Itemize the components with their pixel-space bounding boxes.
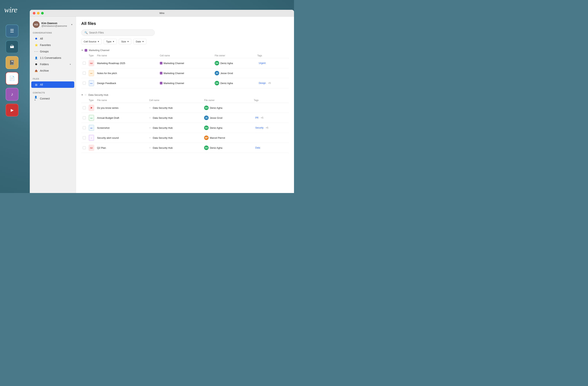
row-checkbox[interactable] [83, 116, 86, 119]
cell-color-dot [160, 62, 163, 64]
col-header-fileowner: File owner [203, 98, 252, 103]
sidebar-item-all[interactable]: All [31, 35, 74, 42]
svg-text:IMG: IMG [90, 128, 93, 129]
file-owner: JG Jesse Grod [204, 116, 251, 120]
sidebar-item-label: 1:1 Conversations [40, 56, 61, 59]
row-checkbox[interactable] [83, 82, 86, 85]
contacts-section-label: CONTACTS [30, 91, 76, 95]
tags: Security +5 [254, 126, 287, 129]
all-files-icon: ▤ [34, 83, 38, 86]
wire-logo: wire [4, 5, 17, 14]
app-icon-notepad[interactable]: 📓 [6, 56, 19, 69]
row-checkbox[interactable] [83, 126, 86, 129]
col-header-type: Type [87, 53, 96, 58]
group-name: Data Security Hub [88, 93, 108, 96]
group-header-marketing[interactable]: ▼ Marketing Channel [81, 49, 289, 52]
sidebar-item-label: Folders [40, 63, 49, 66]
file-type-icon [89, 105, 94, 111]
user-profile[interactable]: KD Kim Dawson @kimdawson@awesome ▼ [30, 20, 76, 31]
file-name: Notes for the pitch [96, 68, 158, 78]
all-conversations-icon [34, 37, 38, 41]
table-row: Do you know series ⁘ Data Security Hub [81, 103, 289, 113]
tag: PR [254, 116, 260, 120]
tags: Urgent [257, 62, 287, 65]
group-collapse-icon: ▼ [81, 94, 83, 96]
groups-icon: ⚬⚬⚬ [34, 50, 38, 53]
table-row: PDF Marketing Roadmap 2025 Marketing Cha… [81, 58, 289, 68]
filter-size[interactable]: Size ▼ [119, 39, 131, 44]
group-security: ▼ ⁘ Data Security Hub Type File name Cel… [81, 93, 289, 153]
file-name: Design Feedback [96, 78, 158, 88]
group-header-security[interactable]: ▼ ⁘ Data Security Hub [81, 93, 289, 96]
app-icon-image[interactable]: 🏔 [6, 40, 19, 53]
tags: Data [254, 146, 287, 150]
row-checkbox[interactable] [83, 146, 86, 149]
sidebar-item-archive[interactable]: 📥 Archive [31, 67, 74, 74]
sidebar-item-favorites[interactable]: ⭐ Favorites [31, 42, 74, 48]
sidebar-item-folders[interactable]: Folders ▼ [31, 61, 74, 67]
close-button[interactable] [33, 12, 35, 15]
hub-cell-icon: ⁘ [149, 137, 151, 139]
row-checkbox[interactable] [83, 136, 86, 139]
folders-chevron-icon: ▼ [69, 63, 71, 65]
row-checkbox[interactable] [83, 106, 86, 109]
file-name: Q2 Plan [96, 143, 147, 153]
cell-color-dot [160, 72, 163, 74]
filter-date[interactable]: Date ▼ [133, 39, 146, 44]
row-checkbox[interactable] [83, 62, 86, 65]
tags: Design +5 [257, 81, 287, 85]
user-menu-chevron-icon: ▼ [71, 23, 73, 26]
table-row: DOC Design Feedback Marketing Channel [81, 78, 289, 88]
file-owner: DA Deniz Agha [215, 81, 254, 86]
row-checkbox[interactable] [83, 72, 86, 75]
minimize-button[interactable] [37, 12, 40, 15]
search-input[interactable] [89, 31, 151, 34]
table-row: PDF Q2 Plan ⁘ Data Security Hub [81, 143, 289, 153]
content-area: All files 🔍 Cell Source ▼ Type ▼ [76, 17, 294, 193]
main-window: Wire KD Kim Dawson @kimdawson@awesome ▼ … [30, 10, 294, 193]
filter-cell-source[interactable]: Cell Source ▼ [81, 39, 102, 44]
filter-label: Size [121, 40, 126, 43]
app-icon-pdf[interactable]: 📄 [6, 72, 19, 85]
sidebar-item-1on1[interactable]: 👤 1:1 Conversations [31, 55, 74, 61]
app-icon-notes[interactable]: ☰ [6, 24, 19, 37]
sidebar-item-groups[interactable]: ⚬⚬⚬ Groups [31, 48, 74, 55]
file-name: Security alert sound [96, 133, 147, 143]
hub-cell-icon: ⁘ [149, 117, 151, 119]
user-name: Kim Dawson [42, 22, 69, 25]
user-handle: @kimdawson@awesome [42, 25, 69, 27]
file-owner: MP Marcel Pierrot [204, 135, 251, 140]
file-type-icon: DOC [89, 80, 94, 86]
app-icon-video[interactable]: ▶ [6, 104, 19, 116]
table-row: IMG Screenshot ⁘ Data Security Hub [81, 123, 289, 133]
cell-name: Marketing Channel [160, 72, 212, 75]
sidebar: KD Kim Dawson @kimdawson@awesome ▼ CONVE… [30, 17, 76, 193]
col-header-cellname: Cell name [147, 98, 203, 103]
group-color-dot [85, 49, 87, 52]
file-type-icon: IMG [89, 125, 94, 131]
filter-chevron-icon: ▼ [97, 41, 99, 43]
sidebar-item-all-files[interactable]: ▤ All [31, 81, 74, 88]
cell-name: ⁘ Data Security Hub [149, 147, 201, 149]
tag: Data [254, 146, 262, 150]
col-header-type: Type [87, 98, 96, 103]
svg-text:PDF: PDF [90, 147, 93, 149]
main-content: All files 🔍 Cell Source ▼ Type ▼ [76, 17, 294, 193]
app-icon-music[interactable]: ♪ [6, 88, 19, 101]
sidebar-item-label: Favorites [40, 43, 51, 46]
filter-type[interactable]: Type ▼ [104, 39, 117, 44]
sidebar-item-connect[interactable]: 👤+ Connect [31, 95, 74, 102]
app-icons-panel: ☰ 🏔 📓 📄 ♪ ▶ [6, 24, 19, 116]
svg-text:PPT: PPT [90, 73, 93, 74]
col-header-filename: File name [96, 53, 158, 58]
file-owner: DA Deniz Agha [204, 146, 251, 150]
cell-name: ⁘ Data Security Hub [149, 127, 201, 129]
sidebar-item-label: All [40, 37, 43, 40]
connect-icon: 👤+ [34, 97, 38, 101]
avatar: KD [33, 21, 40, 28]
window-body: KD Kim Dawson @kimdawson@awesome ▼ CONVE… [30, 17, 294, 193]
maximize-button[interactable] [41, 12, 44, 15]
search-bar[interactable]: 🔍 [81, 29, 155, 36]
hub-icon: ⁘ [85, 94, 86, 96]
col-header-cellname: Cell name [158, 53, 213, 58]
